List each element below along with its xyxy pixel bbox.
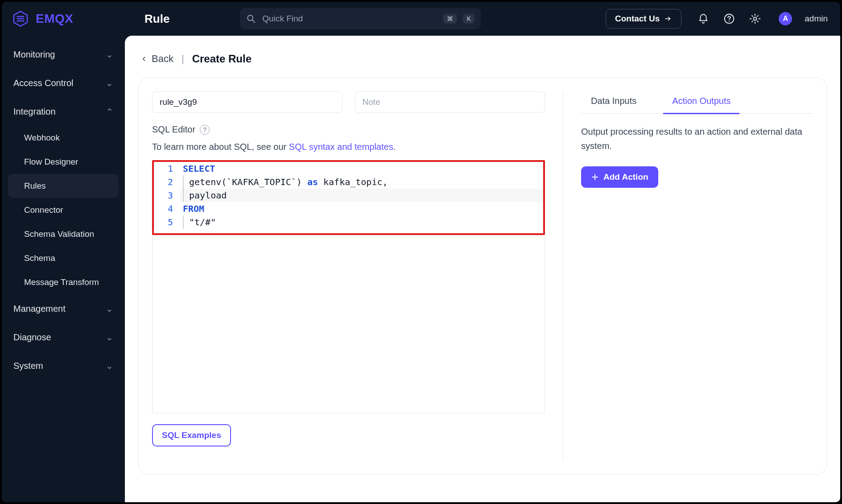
note-input[interactable] [355,91,545,113]
global-search[interactable]: Quick Find ⌘ K [240,8,481,29]
back-label: Back [152,53,173,65]
contact-us-button[interactable]: Contact Us [606,9,681,29]
chevron-down-icon: ⌄ [106,78,113,88]
nav-group-label: Access Control [13,78,74,88]
page-section-title: Rule [144,12,169,26]
nav-group-diagnose[interactable]: Diagnose ⌄ [8,323,119,351]
logo-text: EMQX [36,12,73,26]
search-icon [246,14,256,24]
rule-card: SQL Editor ? To learn more about SQL, se… [138,78,827,475]
page-title: Create Rule [192,53,252,65]
sidenav: Monitoring ⌄ Access Control ⌄ Integratio… [2,36,125,502]
sql-editor[interactable]: 1 SELECT 2 getenv(`KAFKA_TOPIC`) as kafk… [154,162,543,229]
chevron-up-icon: ⌄ [106,106,113,117]
chevron-down-icon: ⌄ [106,332,113,343]
help-icon[interactable] [723,13,735,25]
tab-action-outputs[interactable]: Action Outputs [663,91,739,113]
line-number: 5 [154,215,180,229]
code-keyword-from: FROM [183,203,204,214]
nav-group-management[interactable]: Management ⌄ [8,294,119,323]
action-outputs-description: Output processing results to an action a… [581,124,813,153]
svg-point-9 [754,17,757,21]
sidebar-item-label: Message Transform [24,277,99,287]
sql-hint: To learn more about SQL, see our SQL syn… [152,142,545,152]
app-frame: EMQX Rule Quick Find ⌘ K Contact Us [2,2,840,502]
rule-output-pane: Data Inputs Action Outputs Output proces… [563,91,813,461]
breadcrumb: Back | Create Rule [141,53,824,65]
sidebar-item-schema[interactable]: Schema [8,246,119,270]
arrow-right-icon [664,15,672,23]
output-tabs: Data Inputs Action Outputs [581,91,813,114]
sql-editor-blank[interactable] [152,235,545,413]
code-keyword-select: SELECT [183,163,215,174]
nav-group-access-control[interactable]: Access Control ⌄ [8,69,119,97]
help-tooltip-icon[interactable]: ? [200,125,210,135]
svg-line-5 [252,20,255,23]
topbar: EMQX Rule Quick Find ⌘ K Contact Us [2,2,840,36]
sidebar-item-label: Connector [24,205,63,215]
brand[interactable]: EMQX [12,10,119,28]
sidebar-item-label: Webhook [24,133,60,143]
avatar[interactable]: A [779,12,792,25]
chevron-down-icon: ⌄ [106,360,113,371]
line-number: 2 [154,175,180,189]
shortcut-key-cmd: ⌘ [443,14,457,24]
sidebar-item-message-transform[interactable]: Message Transform [8,270,119,294]
sql-editor-highlight: 1 SELECT 2 getenv(`KAFKA_TOPIC`) as kafk… [152,160,545,235]
sidebar-item-label: Flow Designer [24,157,78,167]
nav-group-label: System [13,361,43,371]
sidebar-item-label: Rules [24,181,46,191]
breadcrumb-separator: | [182,53,184,65]
svg-point-8 [729,21,730,21]
sidebar-item-rules[interactable]: Rules [8,174,119,198]
nav-group-label: Integration [13,107,56,117]
nav-group-label: Monitoring [13,50,55,60]
chevron-left-icon [141,56,147,62]
nav-group-integration[interactable]: Integration ⌄ [8,97,119,126]
rule-id-input[interactable] [152,91,343,113]
tab-data-inputs[interactable]: Data Inputs [582,91,645,113]
nav-group-label: Management [13,304,66,314]
line-number: 4 [154,202,180,215]
line-number: 1 [154,162,180,175]
sidebar-item-webhook[interactable]: Webhook [8,126,119,150]
settings-icon[interactable] [749,13,761,25]
nav-group-monitoring[interactable]: Monitoring ⌄ [8,40,119,69]
line-number: 3 [154,189,180,202]
back-button[interactable]: Back [141,53,173,65]
sidebar-item-schema-validation[interactable]: Schema Validation [8,222,119,246]
sql-examples-button[interactable]: SQL Examples [152,424,231,446]
add-action-button[interactable]: Add Action [581,166,658,188]
chevron-down-icon: ⌄ [106,303,113,314]
content: Back | Create Rule SQL Editor ? [125,36,840,502]
sidebar-item-label: Schema [24,253,55,263]
sidebar-item-label: Schema Validation [24,229,94,239]
rule-editor-pane: SQL Editor ? To learn more about SQL, se… [152,91,563,461]
user-label[interactable]: admin [805,14,828,24]
add-action-label: Add Action [603,172,648,182]
sql-editor-label: SQL Editor ? [152,124,545,135]
sql-syntax-link[interactable]: SQL syntax and templates [289,142,393,152]
sidebar-item-flow-designer[interactable]: Flow Designer [8,150,119,174]
sidebar-item-connector[interactable]: Connector [8,198,119,222]
plus-icon [591,173,599,181]
contact-us-label: Contact Us [615,14,660,24]
nav-group-label: Diagnose [13,332,51,343]
notifications-icon[interactable] [698,13,709,25]
search-placeholder: Quick Find [262,14,437,24]
nav-group-system[interactable]: System ⌄ [8,351,119,380]
chevron-down-icon: ⌄ [106,49,113,60]
shortcut-key-k: K [463,14,475,24]
logo-icon [12,10,29,28]
